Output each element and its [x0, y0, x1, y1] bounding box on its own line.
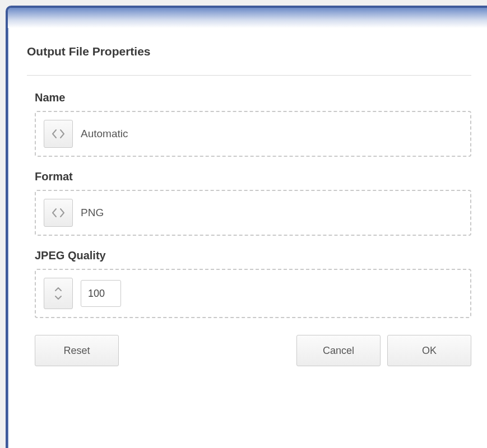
cancel-button[interactable]: Cancel — [296, 335, 381, 366]
output-file-properties-dialog: Output File Properties Name Automatic Fo… — [6, 6, 487, 448]
chevron-up-icon — [54, 287, 62, 292]
format-code-button[interactable] — [44, 199, 73, 227]
jpeg-quality-input[interactable] — [81, 280, 121, 307]
name-code-button[interactable] — [44, 120, 73, 148]
code-brackets-icon — [52, 129, 65, 139]
jpeg-quality-spinner[interactable] — [44, 278, 73, 309]
dialog-title: Output File Properties — [27, 45, 471, 58]
name-drop-area[interactable]: Automatic — [35, 111, 471, 157]
jpeg-quality-field-group: JPEG Quality — [27, 249, 471, 318]
name-field-group: Name Automatic — [27, 91, 471, 157]
button-row: Reset Cancel OK — [27, 335, 471, 366]
jpeg-quality-drop-area[interactable] — [35, 269, 471, 318]
code-brackets-icon — [52, 208, 65, 218]
ok-button[interactable]: OK — [387, 335, 471, 366]
format-label: Format — [35, 170, 471, 183]
dialog-content: Output File Properties Name Automatic Fo… — [8, 28, 487, 377]
format-field-group: Format PNG — [27, 170, 471, 236]
divider — [27, 75, 471, 76]
jpeg-quality-label: JPEG Quality — [35, 249, 471, 262]
reset-button[interactable]: Reset — [35, 335, 119, 366]
format-drop-area[interactable]: PNG — [35, 190, 471, 236]
name-value: Automatic — [81, 128, 128, 140]
dialog-title-bar[interactable] — [8, 8, 487, 28]
chevron-down-icon — [54, 295, 62, 300]
format-value: PNG — [81, 207, 104, 219]
name-label: Name — [35, 91, 471, 104]
